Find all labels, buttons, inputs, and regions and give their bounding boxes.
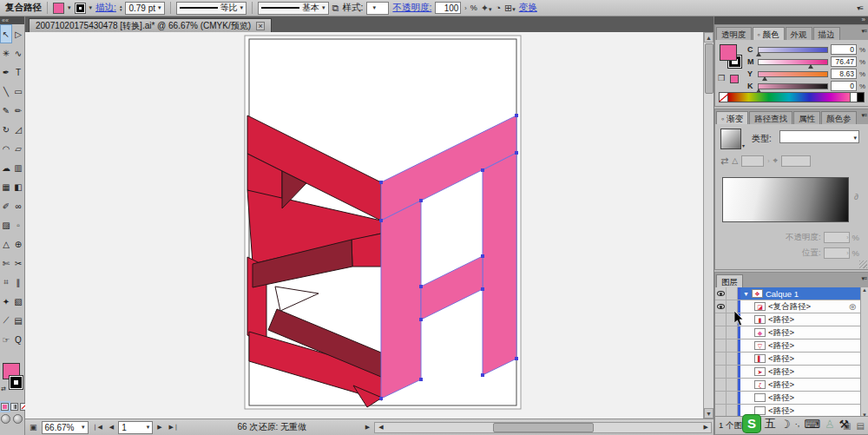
channel-slider[interactable] [758,83,828,89]
gradient-button[interactable] [10,403,18,411]
status-menu-icon[interactable]: ▣ [27,421,40,433]
layer-row-content[interactable]: <路径>○ [740,392,868,404]
dots-icon[interactable]: ·, [795,419,800,428]
lock-cell[interactable] [727,379,738,391]
control-bar-menu-icon[interactable]: ▾≡ [857,4,863,12]
swap-fill-stroke-icon[interactable]: ⇄ [1,386,6,392]
panel-resize-grip[interactable] [859,260,867,268]
anchor-point[interactable] [515,151,518,155]
layer-row-content[interactable]: ▌<路径>○ [740,353,868,365]
tab-颜色[interactable]: ◦ 颜色 [753,27,785,40]
layer-row-content[interactable]: ζ<路径>○ [740,379,868,391]
brush-definition-combo[interactable]: 基本▾ [258,2,329,15]
channel-slider[interactable] [758,71,828,77]
screen-mode-normal-button[interactable] [1,414,10,424]
white-swatch[interactable] [851,92,858,102]
artwork-a-left-leg[interactable] [381,201,421,399]
tab-属性[interactable]: 属性 [793,111,820,124]
wu-character[interactable]: 五 [765,416,776,432]
stroke-color-well[interactable] [9,375,23,390]
layer-row-content[interactable]: ▼❖Calque 1○ [740,287,868,300]
free-transform-tool[interactable]: ▱ [12,139,24,158]
live-paint-selection-tool[interactable]: ▫ [12,215,24,234]
panel-fill-proxy[interactable] [720,44,737,61]
person-icon[interactable]: ♙ [825,418,835,431]
next-artboard-button[interactable]: ▶ [155,422,164,432]
s-logo[interactable]: S [743,415,760,432]
scissors-tool[interactable]: ✂ [12,254,24,273]
opacity-spinner-icon[interactable]: › [464,5,466,11]
stroke-width-combo[interactable]: 0.79 pt▾ [125,2,164,15]
pen-tool[interactable]: ✒ [0,63,12,82]
gradient-swatch-dropdown-icon[interactable]: ▾ [742,142,745,148]
expand-triangle-icon[interactable]: ▼ [743,291,749,297]
layer-row[interactable]: ▼❖Calque 1○ [715,287,868,300]
direct-selection-tool[interactable]: ▷ [12,24,24,43]
gradient-type-combo[interactable]: ▾ [779,130,859,143]
graphic-style-icon[interactable]: ✦▾ [481,3,492,14]
gamut-color-swatch[interactable] [730,75,739,83]
stroke-dropdown-icon[interactable]: ▾ [89,4,93,11]
panel-menu-icon[interactable]: ▾≡ [861,275,866,282]
delete-stop-icon[interactable]: ∂ [854,192,858,201]
opacity-mask-icon[interactable]: ◔ [495,3,501,13]
layer-row-content[interactable]: ▽<路径>○ [740,339,868,352]
delete-layer-icon[interactable]: ▤ [857,421,865,431]
panel-menu-icon[interactable]: ▾≡ [861,28,866,35]
none-swatch[interactable] [719,92,728,102]
scale-tool[interactable]: ◿ [12,120,24,139]
toolbar-collapse-icon[interactable]: «« [0,16,24,24]
slider-handle[interactable] [756,52,761,56]
anchor-point[interactable] [481,373,484,377]
stop-location-field[interactable]: › [824,247,850,259]
pencil-tool[interactable]: ✏ [12,101,24,120]
gradient-swatch[interactable] [720,129,741,149]
align-grid-icon[interactable]: ⊞▾ [504,3,516,14]
slice-tool[interactable]: ✄ [0,254,12,273]
scroll-up-icon[interactable]: ▲ [704,32,713,43]
lock-cell[interactable] [727,287,738,300]
anchor-point[interactable] [379,181,383,184]
first-artboard-button[interactable]: ❘◀ [90,422,105,432]
lock-cell[interactable] [727,339,738,352]
eyedropper-tool[interactable]: ✐ [0,196,12,215]
anchor-point[interactable] [379,397,383,400]
channel-slider[interactable] [758,59,828,65]
aspect-ratio-field[interactable] [781,155,811,167]
anchor-point[interactable] [515,357,518,360]
dock-collapse-icon[interactable]: » [714,16,868,24]
knife-tool[interactable]: ⟋ [0,311,12,330]
stroke-width-stepper[interactable]: ▴▾ [120,4,122,11]
live-paint-bucket-tool[interactable]: ▨ [0,215,12,234]
opacity-panel-link[interactable]: 不透明度: [392,2,431,14]
rotate-tool[interactable]: ↻ [0,120,12,139]
visibility-cell[interactable] [715,326,727,339]
visibility-cell[interactable] [715,287,727,300]
color-button[interactable] [1,403,9,411]
magic-wand-tool[interactable]: ✳ [0,43,12,63]
slider-handle[interactable] [808,64,813,69]
target-circle-icon[interactable]: ◎ [849,302,856,311]
paintbrush-tool[interactable]: ✎ [0,101,12,120]
lasso-tool[interactable]: ∿ [12,43,24,63]
gradient-slider[interactable] [722,177,849,222]
style-combo[interactable]: ▾ [366,2,389,15]
transform-panel-link[interactable]: 变换 [519,2,537,14]
visibility-cell[interactable] [715,313,727,326]
angle-spinner-icon[interactable]: › [767,158,769,164]
prev-artboard-button[interactable]: ◀ [107,422,116,432]
status-expand-icon[interactable]: ▶ [363,422,372,432]
anchor-point[interactable] [515,114,518,117]
scroll-left-icon[interactable]: ◀ [376,422,385,432]
tab-透明度[interactable]: 透明度 [716,27,752,40]
tab-渐变[interactable]: ◦ 渐变 [716,111,748,124]
anchor-point[interactable] [379,219,383,222]
artwork-a-right-leg[interactable] [483,153,516,375]
visibility-cell[interactable] [715,405,727,417]
artboard-number-combo[interactable]: 1▾ [118,421,153,434]
tab-layers[interactable]: 图层 [716,274,743,287]
shape-builder-tool[interactable]: ⊕ [12,234,24,254]
anchor-point[interactable] [419,285,423,288]
layer-row-content[interactable]: ◆<路径>○ [740,326,868,339]
chart-tool[interactable]: ▧ [12,292,24,311]
